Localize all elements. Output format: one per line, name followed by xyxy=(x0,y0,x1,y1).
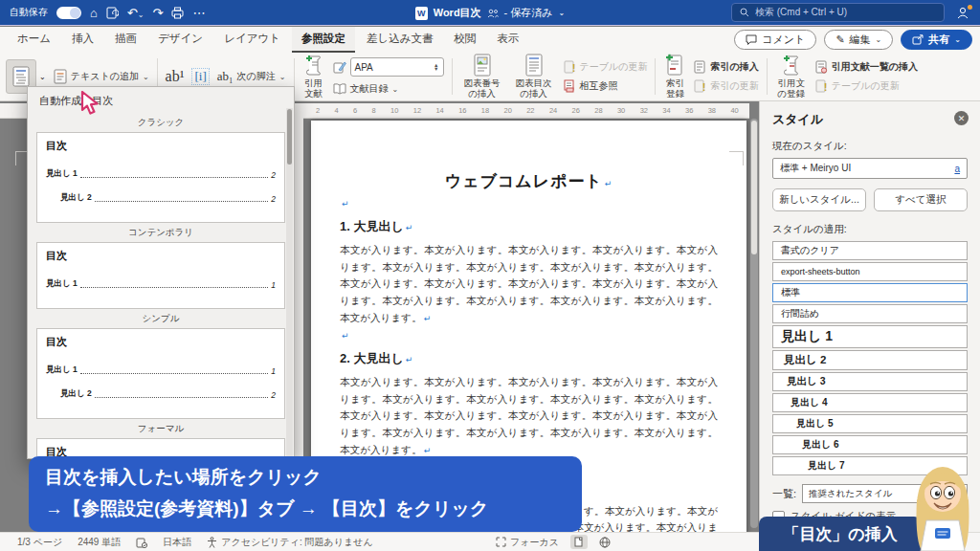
tab-レイアウト[interactable]: レイアウト xyxy=(214,27,290,53)
authorities-icon xyxy=(815,60,828,74)
style-item-見出し 2[interactable]: 見出し 2 xyxy=(772,350,968,370)
tab-表示[interactable]: 表示 xyxy=(488,27,529,53)
update-table-icon: ! xyxy=(564,60,576,74)
add-text-button[interactable]: テキストの追加⌄ xyxy=(54,69,149,84)
instruction-caption: 目次を挿入したい場所をクリック →【参照設定(参考資料)】タブ → 【目次】をク… xyxy=(29,456,582,532)
close-icon[interactable]: ✕ xyxy=(954,111,969,125)
style-item-export-sheets-button[interactable]: export-sheets-button xyxy=(772,262,968,281)
current-style-box[interactable]: 標準 + Meiryo UI a xyxy=(772,158,968,179)
toc-menu-scrollbar[interactable] xyxy=(286,108,293,456)
editing-mode-button[interactable]: ✎ 編集⌄ xyxy=(824,30,893,50)
save-icon[interactable] xyxy=(106,7,119,19)
mark-entry-button[interactable]: 索引登録 xyxy=(663,54,686,99)
search-placeholder: 検索 (Cmd + Ctrl + U) xyxy=(755,6,847,19)
tab-差し込み文書[interactable]: 差し込み文書 xyxy=(357,27,443,53)
word-doc-icon: W xyxy=(415,7,428,20)
char-style-icon: a xyxy=(954,164,960,174)
search-input[interactable]: 検索 (Cmd + Ctrl + U) xyxy=(731,3,945,22)
ruler-number: 10 xyxy=(390,106,398,115)
svg-text:!: ! xyxy=(702,82,705,93)
chevron-down-icon: ⌄ xyxy=(954,35,961,44)
more-commands-icon[interactable]: ⋯ xyxy=(192,7,205,19)
insert-table-of-figures-button[interactable]: 図表目次の挿入 xyxy=(512,54,556,99)
current-style-label: 現在のスタイル: xyxy=(772,140,968,153)
list-label: 一覧: xyxy=(772,487,796,501)
insert-index-icon xyxy=(694,60,706,74)
shared-users-icon xyxy=(487,9,499,18)
insert-table-of-authorities-button[interactable]: 引用文献一覧の挿入 xyxy=(815,60,918,74)
insert-caption-button[interactable]: 図表番号の挿入 xyxy=(460,54,504,99)
cross-reference-button[interactable]: 相互参照 xyxy=(564,79,648,93)
style-item-見出し 1[interactable]: 見出し 1 xyxy=(772,325,968,348)
select-all-button[interactable]: すべて選択 xyxy=(874,188,968,211)
toc-section-label: フォーマル xyxy=(28,419,294,438)
style-item-書式のクリア[interactable]: 書式のクリア xyxy=(772,241,968,260)
style-item-見出し 5[interactable]: 見出し 5 xyxy=(772,414,968,433)
insert-caption-icon xyxy=(473,54,492,77)
styles-list: 書式のクリアexport-sheets-button標準行間詰め見出し 1見出し… xyxy=(772,241,968,475)
stepper-icon: ▲▼ xyxy=(434,63,438,71)
proofing-icon[interactable] xyxy=(136,537,147,548)
style-item-標準[interactable]: 標準 xyxy=(772,283,968,302)
toc-section-label: コンテンポラリ xyxy=(28,223,294,242)
insert-footnote-icon[interactable]: ab¹ xyxy=(166,68,185,85)
home-icon[interactable]: ⌂ xyxy=(90,7,98,19)
next-footnote-button[interactable]: ab₁ 次の脚注⌄ xyxy=(217,69,286,84)
autosave-toggle[interactable] xyxy=(56,7,81,19)
tab-参照設定[interactable]: 参照設定 xyxy=(292,27,355,53)
toc-preview-entry: 見出し 11 xyxy=(46,364,276,376)
web-layout-icon[interactable] xyxy=(599,537,611,548)
accessibility-status[interactable]: アクセシビリティ: 問題ありません xyxy=(207,536,373,549)
styles-panel-title: スタイル xyxy=(772,111,968,128)
bibliography-button[interactable]: 文献目録⌄ xyxy=(333,82,444,96)
toc-style-option[interactable]: 目次見出し 11見出し 22 xyxy=(36,328,285,419)
caption-line-2: →【参照設定(参考資料)】タブ → 【目次】をクリック xyxy=(45,494,566,525)
toc-dropdown-menu: 自動作成の目次 クラシック目次見出し 12見出し 22コンテンポラリ目次見出し … xyxy=(27,86,295,459)
share-button[interactable]: 共有⌄ xyxy=(901,30,972,50)
insert-index-button[interactable]: 索引の挿入 xyxy=(694,60,758,74)
style-item-行間詰め[interactable]: 行間詰め xyxy=(772,304,968,323)
focus-mode-button[interactable]: フォーカス xyxy=(496,536,559,549)
tab-校閲[interactable]: 校閲 xyxy=(445,27,486,53)
account-button[interactable] xyxy=(956,7,970,19)
citations-group: 引用文献 APA▲▼ 文献目録⌄ xyxy=(302,53,444,100)
toc-style-option[interactable]: 目次見出し 12見出し 22 xyxy=(36,132,285,223)
ruler-number: 34 xyxy=(662,106,670,115)
comments-button[interactable]: コメント xyxy=(734,30,816,50)
redo-icon[interactable]: ↷ xyxy=(152,7,163,19)
undo-icon[interactable]: ↶⌄ xyxy=(127,7,145,19)
print-layout-view-button[interactable] xyxy=(570,535,588,549)
tab-挿入[interactable]: 挿入 xyxy=(62,27,103,53)
pencil-icon: ✎ xyxy=(835,33,844,46)
insert-citation-button[interactable]: 引用文献 xyxy=(302,54,325,99)
document-title: ウェブコムレポート xyxy=(445,172,603,190)
index-group: 索引登録 索引の挿入 ! 索引の更新 xyxy=(663,53,758,100)
book-icon xyxy=(333,83,346,95)
toc-icon xyxy=(12,66,30,87)
tab-ホーム[interactable]: ホーム xyxy=(8,27,60,53)
title-chevron-icon[interactable]: ⌄ xyxy=(559,9,566,17)
word-count[interactable]: 2449 単語 xyxy=(78,536,121,549)
tab-デザイン[interactable]: デザイン xyxy=(148,27,212,53)
citation-style-select[interactable]: APA▲▼ xyxy=(333,57,444,77)
toc-style-option[interactable]: 目次見出し 11 xyxy=(36,242,285,309)
document-scrollbar[interactable] xyxy=(750,119,758,528)
language[interactable]: 日本語 xyxy=(163,536,191,549)
new-style-button[interactable]: 新しいスタイル... xyxy=(772,188,866,211)
chevron-down-icon: ⌄ xyxy=(143,73,149,81)
style-item-見出し 3[interactable]: 見出し 3 xyxy=(772,372,968,391)
insert-endnote-icon[interactable]: [i] xyxy=(191,68,209,85)
tab-描画[interactable]: 描画 xyxy=(105,27,146,53)
ruler-number: 28 xyxy=(594,106,602,115)
style-item-見出し 4[interactable]: 見出し 4 xyxy=(772,393,968,412)
print-icon[interactable] xyxy=(171,7,184,19)
page-crop-mark xyxy=(729,151,744,165)
ruler-number: 20 xyxy=(504,106,512,115)
mark-citation-button[interactable]: 引用文の登録 xyxy=(775,54,808,99)
document-paragraph: 本文が入ります。本文が入ります。本文が入ります。本文が入ります。本文が入ります。… xyxy=(340,374,718,459)
scrollbar-thumb[interactable] xyxy=(751,121,757,254)
page-count[interactable]: 1/3 ページ xyxy=(17,536,62,549)
mark-citation-icon xyxy=(782,54,801,77)
style-item-見出し 6[interactable]: 見出し 6 xyxy=(772,435,968,454)
authorities-group: 引用文の登録 引用文献一覧の挿入 ! テーブルの更新 xyxy=(775,53,918,100)
